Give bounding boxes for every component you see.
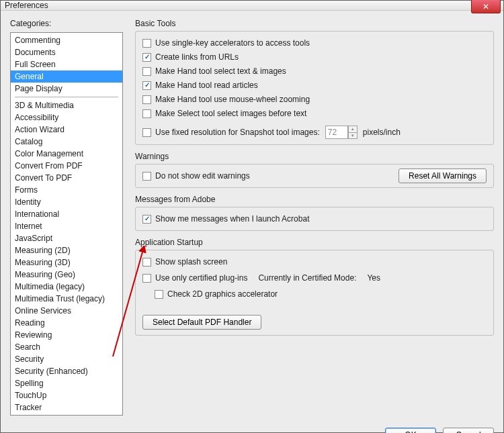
category-divider [15, 97, 118, 97]
checkbox-icon [142, 109, 151, 118]
titlebar: Preferences ✕ [1, 1, 503, 11]
group-title-warnings: Warnings [135, 152, 494, 161]
opt-hand-wheel[interactable]: Make Hand tool use mouse-wheel zooming [142, 93, 487, 105]
group-warnings: Warnings Do not show edit warnings Reset… [135, 152, 494, 188]
snapshot-spinner[interactable]: ▲ ▼ [348, 126, 358, 139]
opt-create-links[interactable]: Create links from URLs [142, 51, 487, 63]
category-item[interactable]: Catalog [11, 136, 122, 148]
categories-list[interactable]: CommentingDocumentsFull ScreenGeneralPag… [10, 32, 123, 416]
checkbox-icon [142, 215, 151, 224]
preferences-window: Preferences ✕ Categories: CommentingDocu… [0, 0, 504, 433]
opt-label: Make Hand tool select text & images [155, 65, 286, 77]
checkbox-icon [142, 39, 151, 48]
checkbox-icon [142, 258, 151, 267]
category-item[interactable]: Convert To PDF [11, 172, 122, 184]
category-item[interactable]: Search [11, 341, 122, 353]
certified-status-label: Currently in Certified Mode: [258, 273, 356, 283]
category-item[interactable]: TouchUp [11, 389, 122, 401]
checkbox-icon [142, 128, 151, 137]
category-item[interactable]: 3D & Multimedia [11, 99, 122, 111]
category-item[interactable]: Tracker [11, 401, 122, 414]
spinner-up-icon: ▲ [349, 126, 357, 133]
group-startup: Application Startup Show splash screen U… [135, 238, 494, 336]
checkbox-icon [142, 53, 151, 62]
category-item[interactable]: Multimedia (legacy) [11, 281, 122, 293]
opt-splash[interactable]: Show splash screen [142, 256, 487, 268]
category-item[interactable]: Multimedia Trust (legacy) [11, 293, 122, 305]
opt-hand-articles[interactable]: Make Hand tool read articles [142, 79, 487, 91]
opt-show-messages[interactable]: Show me messages when I launch Acrobat [142, 213, 487, 225]
category-item[interactable]: Measuring (3D) [11, 256, 122, 269]
cancel-button[interactable]: Cancel [443, 428, 494, 433]
opt-label: Check 2D graphics accelerator [167, 288, 278, 300]
snapshot-resolution-input[interactable] [325, 126, 348, 139]
opt-snapshot[interactable]: Use fixed resolution for Snapshot tool i… [142, 126, 320, 138]
opt-label: Make Hand tool use mouse-wheel zooming [155, 93, 310, 105]
category-item[interactable]: Security [11, 353, 122, 365]
opt-label: Use only certified plug-ins [155, 272, 247, 284]
opt-label: Show me messages when I launch Acrobat [155, 213, 309, 225]
opt-label: Use fixed resolution for Snapshot tool i… [155, 126, 320, 138]
snapshot-unit: pixels/inch [363, 128, 401, 137]
checkbox-icon [142, 81, 151, 90]
categories-label: Categories: [10, 19, 123, 28]
category-item[interactable]: Full Screen [11, 58, 122, 70]
category-item[interactable]: Reading [11, 317, 122, 329]
category-item[interactable]: Measuring (2D) [11, 244, 122, 256]
category-item[interactable]: JavaScript [11, 232, 122, 244]
opt-select-images[interactable]: Make Select tool select images before te… [142, 107, 487, 119]
checkbox-icon [142, 274, 151, 283]
category-item[interactable]: Security (Enhanced) [11, 365, 122, 377]
category-item[interactable]: Identity [11, 196, 122, 208]
opt-label: Do not show edit warnings [155, 170, 250, 182]
group-title-messages: Messages from Adobe [135, 195, 494, 204]
opt-label: Make Hand tool read articles [155, 79, 258, 91]
group-messages: Messages from Adobe Show me messages whe… [135, 195, 494, 231]
group-title-startup: Application Startup [135, 238, 494, 247]
checkbox-icon [142, 172, 151, 181]
checkbox-icon [155, 290, 163, 299]
ok-button[interactable]: OK [385, 428, 436, 433]
spinner-down-icon: ▼ [349, 133, 357, 139]
close-icon: ✕ [482, 2, 489, 11]
group-basic-tools: Basic Tools Use single-key accelerators … [135, 19, 494, 145]
opt-label: Make Select tool select images before te… [155, 107, 306, 119]
opt-hand-text-images[interactable]: Make Hand tool select text & images [142, 65, 487, 77]
opt-label: Show splash screen [155, 256, 227, 268]
category-item[interactable]: Reviewing [11, 329, 122, 341]
opt-gfx[interactable]: Check 2D graphics accelerator [155, 288, 487, 300]
category-item[interactable]: Documents [11, 46, 122, 58]
opt-single-key[interactable]: Use single-key accelerators to access to… [142, 37, 487, 49]
checkbox-icon [142, 67, 151, 76]
checkbox-icon [142, 95, 151, 104]
category-item[interactable]: Commenting [11, 34, 122, 46]
dialog-footer: OK Cancel [1, 422, 503, 433]
category-item[interactable]: Online Services [11, 305, 122, 317]
opt-label: Create links from URLs [155, 51, 239, 63]
group-title-basic: Basic Tools [135, 19, 494, 28]
category-item[interactable]: Forms [11, 184, 122, 196]
certified-status-value: Yes [367, 273, 380, 283]
category-item[interactable]: Action Wizard [11, 124, 122, 136]
window-title: Preferences [5, 1, 48, 10]
category-item[interactable]: General [11, 70, 122, 83]
category-item[interactable]: Internet [11, 220, 122, 232]
category-item[interactable]: Accessibility [11, 111, 122, 124]
category-item[interactable]: Spelling [11, 377, 122, 389]
category-item[interactable]: Page Display [11, 83, 122, 95]
category-item[interactable]: International [11, 208, 122, 220]
category-item[interactable]: Color Management [11, 148, 122, 160]
reset-warnings-button[interactable]: Reset All Warnings [398, 169, 487, 183]
category-item[interactable]: Convert From PDF [11, 160, 122, 172]
opt-label: Use single-key accelerators to access to… [155, 37, 310, 49]
opt-certified[interactable]: Use only certified plug-ins [142, 272, 247, 284]
category-item[interactable]: Measuring (Geo) [11, 269, 122, 281]
select-pdf-handler-button[interactable]: Select Default PDF Handler [142, 315, 261, 330]
